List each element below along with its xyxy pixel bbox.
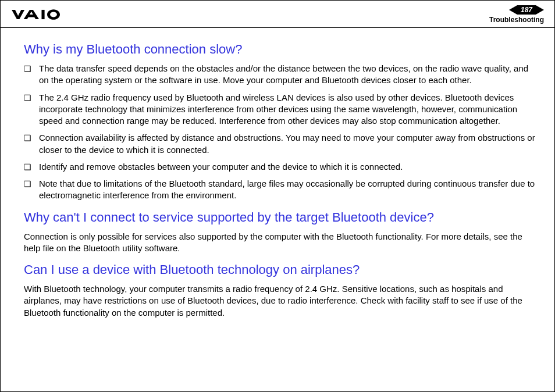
page-indicator: 187 bbox=[509, 5, 544, 15]
section-label: Troubleshooting bbox=[489, 16, 544, 24]
section-heading: Why is my Bluetooth connection slow? bbox=[24, 42, 538, 57]
section-heading: Can I use a device with Bluetooth techno… bbox=[24, 262, 538, 277]
list-item: The data transfer speed depends on the o… bbox=[24, 63, 538, 87]
bullet-list: The data transfer speed depends on the o… bbox=[24, 63, 538, 202]
prev-page-arrow-icon[interactable] bbox=[509, 5, 517, 15]
page-header: 187 Troubleshooting bbox=[1, 1, 554, 28]
body-paragraph: Connection is only possible for services… bbox=[24, 231, 538, 255]
page-number: 187 bbox=[517, 5, 536, 15]
vaio-logo bbox=[9, 8, 73, 21]
section-heading: Why can't I connect to service supported… bbox=[24, 210, 538, 225]
list-item: Note that due to limitations of the Blue… bbox=[24, 178, 538, 202]
body-paragraph: With Bluetooth technology, your computer… bbox=[24, 283, 538, 319]
list-item: The 2.4 GHz radio frequency used by Blue… bbox=[24, 92, 538, 127]
next-page-arrow-icon[interactable] bbox=[536, 5, 544, 15]
svg-rect-0 bbox=[41, 10, 44, 19]
page-content: Why is my Bluetooth connection slow? The… bbox=[1, 28, 554, 338]
header-right: 187 Troubleshooting bbox=[489, 5, 544, 24]
list-item: Identify and remove obstacles between yo… bbox=[24, 161, 538, 173]
list-item: Connection availability is affected by d… bbox=[24, 132, 538, 156]
